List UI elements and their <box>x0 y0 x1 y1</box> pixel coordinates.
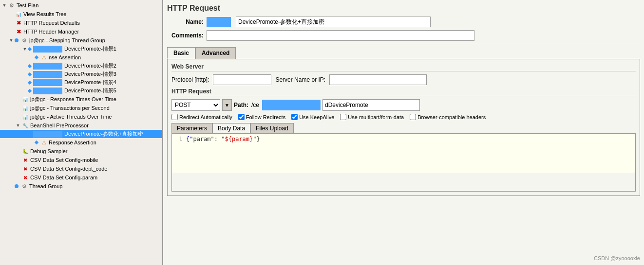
sidebar-item-dp5[interactable]: DevicePromote-情景5 <box>0 87 162 95</box>
sidebar-item-csv-mobile[interactable]: ✖ CSV Data Set Config-mobile <box>0 156 162 164</box>
diamond-icon-ra1 <box>35 55 38 59</box>
code-content-1: {"param": "${param}"} <box>186 136 260 142</box>
diamond-icon-dp5 <box>28 88 32 92</box>
tree-label-stepping: jp@gc - Stepping Thread Group <box>29 37 105 43</box>
sidebar-item-debug[interactable]: 🐛 Debug Sampler <box>0 147 162 156</box>
sub-tab-body-data[interactable]: Body Data <box>212 123 250 133</box>
tree-area: ▼ ⚙ Test Plan 📊 View Results Tree ✖ HTTP… <box>0 0 162 192</box>
method-select[interactable]: POST GET PUT DELETE <box>171 99 220 111</box>
method-dropdown-arrow[interactable]: ▼ <box>222 99 232 111</box>
code-line-1: 1 {"param": "${param}"} <box>174 136 633 142</box>
checkbox-multipart[interactable] <box>340 114 346 120</box>
sidebar-item-transactions[interactable]: 📊 jp@gc - Transactions per Second <box>0 104 162 112</box>
tabs-container: Basic Advanced <box>167 47 640 59</box>
sidebar-item-stepping-thread[interactable]: ▼ ⚙ jp@gc - Stepping Thread Group <box>0 36 162 45</box>
sub-tab-parameters[interactable]: Parameters <box>171 123 212 133</box>
server-label: Server Name or IP: <box>275 76 325 83</box>
sub-tab-files-upload[interactable]: Files Upload <box>250 123 294 133</box>
sidebar-item-thread-group[interactable]: ⚙ Thread Group <box>0 182 162 191</box>
expand-icon-vrt <box>9 12 14 17</box>
sidebar-item-dp2[interactable]: DevicePromote-情景2 <box>0 62 162 70</box>
tree-item-testplan[interactable]: ▼ ⚙ Test Plan <box>0 1 162 10</box>
tree-label-ra2: Response Assertion <box>49 140 96 145</box>
option-browser-compat[interactable]: Browser-compatible headers <box>410 114 486 120</box>
sidebar-item-ra2[interactable]: ⚠ Response Assertion <box>0 138 162 147</box>
csv-icon-mobile: ✖ <box>21 156 29 164</box>
expand-icon-testplan[interactable]: ▼ <box>2 3 7 8</box>
path-prefix: /ce <box>250 102 260 108</box>
assert-icon-ra1: ⚠ <box>40 53 48 61</box>
expand-icon-dp2 <box>22 64 27 69</box>
expand-icon-debug <box>16 149 20 154</box>
json-val-param: ${param} <box>225 136 253 142</box>
sidebar-item-beanshell[interactable]: ▼ 🔧 BeanShell PreProcessor <box>0 121 162 130</box>
blue-block-dp3 <box>33 71 62 78</box>
tree-label-csv-dept: CSV Data Set Config-dept_code <box>30 166 107 172</box>
expand-icon-stepping[interactable]: ▼ <box>9 38 14 43</box>
tree-label-testplan: Test Plan <box>17 2 38 8</box>
tab-advanced[interactable]: Advanced <box>195 47 236 59</box>
checkbox-redirect-auto[interactable] <box>171 114 178 120</box>
sidebar-item-dp1[interactable]: ▼ DevicePromote-情景1 <box>0 45 162 53</box>
expand-icon-bs[interactable]: ▼ <box>16 123 20 128</box>
sidebar-item-active-threads[interactable]: 📊 jp@gc - Active Threads Over Time <box>0 112 162 121</box>
sidebar-item-dp-selected[interactable]: DevicePromote-参数化+直接加密 <box>0 130 162 138</box>
sidebar-item-response-times[interactable]: 📊 jp@gc - Response Times Over Time <box>0 95 162 104</box>
sub-tabs-container: Parameters Body Data Files Upload <box>171 123 636 133</box>
sidebar-item-view-results-tree[interactable]: 📊 View Results Tree <box>0 10 162 18</box>
name-label: Name: <box>167 18 204 25</box>
protocol-input[interactable] <box>213 74 271 85</box>
expand-icon-csv3 <box>16 175 20 180</box>
tree-label-at: jp@gc - Active Threads Over Time <box>30 114 112 120</box>
comments-input[interactable] <box>207 30 474 41</box>
expand-icon-tg <box>9 184 14 189</box>
option-multipart[interactable]: Use multipart/form-data <box>340 114 404 120</box>
method-row: POST GET PUT DELETE ▼ Path: /ce <box>171 99 636 111</box>
sidebar-item-dp4[interactable]: DevicePromote-情景4 <box>0 78 162 87</box>
right-panel: HTTP Request Name: Comments: Basic Advan… <box>163 0 644 265</box>
sidebar-item-csv-dept[interactable]: ✖ CSV Data Set Config-dept_code <box>0 164 162 173</box>
json-close: "} <box>253 136 260 142</box>
name-input[interactable] <box>236 17 431 27</box>
path-input[interactable] <box>322 99 420 111</box>
web-server-title: Web Server <box>171 63 636 71</box>
sidebar-item-csv-param[interactable]: ✖ CSV Data Set Config-param <box>0 173 162 182</box>
tree-label-csv-param: CSV Data Set Config-param <box>30 175 97 180</box>
expand-icon-dp4 <box>22 80 27 85</box>
option-redirect-auto[interactable]: Redirect Automatically <box>171 114 232 120</box>
tab-content-basic: Web Server Protocol [http]: Server Name … <box>167 59 640 196</box>
chart-icon-tps: 📊 <box>21 104 29 112</box>
x-icon-header: ✖ <box>15 28 22 35</box>
tree-label-defaults: HTTP Request Defaults <box>23 20 80 26</box>
sidebar-item-http-header[interactable]: ✖ HTTP Header Manager <box>0 27 162 36</box>
script-icon-bs: 🔧 <box>21 122 29 129</box>
protocol-label: Protocol [http]: <box>171 76 209 83</box>
watermark: CSDN @zyooooxie <box>594 255 640 261</box>
expand-icon-dp3 <box>22 72 27 77</box>
sidebar-item-dp3[interactable]: DevicePromote-情景3 <box>0 70 162 78</box>
sidebar-item-http-defaults[interactable]: ✖ HTTP Request Defaults <box>0 18 162 27</box>
option-follow-redirects[interactable]: Follow Redirects <box>238 114 285 120</box>
tree-label-tg: Thread Group <box>29 183 62 189</box>
tab-basic[interactable]: Basic <box>167 47 195 59</box>
blue-block-dp2 <box>33 63 62 70</box>
checkbox-follow-redirects[interactable] <box>238 114 245 120</box>
json-colon: ": " <box>211 136 225 142</box>
expand-icon-dps <box>22 132 27 137</box>
gear-icon-stepping: ⚙ <box>20 36 28 44</box>
option-keepalive[interactable]: Use KeepAlive <box>291 114 334 120</box>
checkbox-browser-compat[interactable] <box>410 114 416 120</box>
comments-label: Comments: <box>167 32 204 39</box>
checkbox-keepalive[interactable] <box>291 114 298 120</box>
expand-icon-dp1[interactable]: ▼ <box>22 47 27 52</box>
name-redacted-block <box>207 17 231 27</box>
expand-icon-at <box>16 114 20 119</box>
server-input[interactable] <box>329 74 427 85</box>
chart-icon-at: 📊 <box>21 113 29 121</box>
tree-label-dp1: DevicePromote-情景1 <box>64 45 116 53</box>
tree-label-ra1: nse Assertion <box>49 54 81 60</box>
label-keepalive: Use KeepAlive <box>299 114 334 120</box>
label-multipart: Use multipart/form-data <box>348 114 404 120</box>
blue-block-dps <box>33 131 62 138</box>
sidebar-item-ra1[interactable]: ⚠ nse Assertion <box>0 53 162 62</box>
